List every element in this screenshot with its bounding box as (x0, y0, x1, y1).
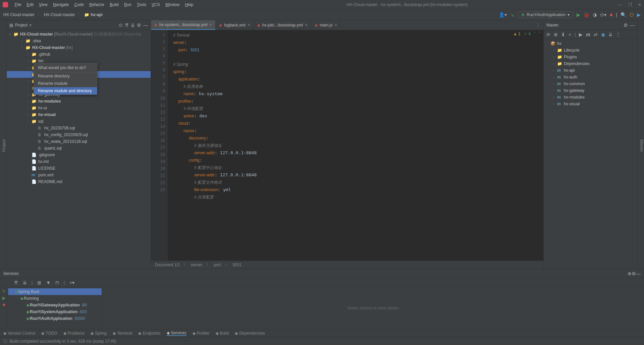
close-tab-icon[interactable]: ✕ (248, 23, 250, 27)
user-icon[interactable]: 👤▾ (499, 12, 507, 17)
add-icon[interactable]: +▾ (69, 280, 74, 285)
skip-tests-icon[interactable]: ◉ (601, 32, 605, 37)
group-icon[interactable]: ⊓ (55, 280, 59, 285)
maven-root[interactable]: ˇ📦hx (544, 40, 637, 47)
tree-item[interactable]: ›📁.idea (7, 38, 151, 44)
tree-item[interactable]: mpom.xml (7, 172, 151, 178)
maven-item[interactable]: ›mhx-gateway (544, 87, 637, 94)
more-icon[interactable]: ⋮ (616, 32, 621, 37)
events-icon[interactable]: ☐ (3, 339, 7, 344)
menu-navigate[interactable]: Navigate (50, 2, 71, 7)
menu-help[interactable]: Help (182, 2, 196, 7)
chevron-down-icon[interactable]: ▾ (30, 23, 32, 27)
breadcrumb-item[interactable]: hx-api (91, 12, 102, 17)
service-item[interactable]: ˇ✿ Spring Boot (8, 288, 102, 295)
bottom-tab-version-control[interactable]: ◆ Version Control (3, 331, 35, 336)
maven-item[interactable]: ›mhx-api (544, 67, 637, 74)
context-menu-item[interactable]: Rename module and directory (34, 87, 97, 95)
reload-icon[interactable]: ⟳ (546, 32, 550, 37)
tabs-more-icon[interactable]: ⋮ (533, 20, 543, 30)
close-tab-icon[interactable]: ✕ (209, 23, 212, 26)
build-icon[interactable]: ↘ (510, 12, 514, 17)
menu-vcs[interactable]: VCS (149, 2, 163, 7)
tree-item[interactable]: 📄hx.iml (7, 158, 151, 165)
collapse-icon[interactable]: ⇊ (608, 32, 612, 37)
maven-item[interactable]: ›mhx-visual (544, 101, 637, 107)
toggle-offline-icon[interactable]: ⇄ (594, 32, 598, 37)
tree-item[interactable]: 🗎quartz.sql (7, 145, 151, 152)
tree-item[interactable]: ›📁.github (7, 51, 151, 58)
hide-icon[interactable]: — (143, 22, 148, 28)
download-icon[interactable]: ⬇ (561, 32, 565, 37)
run-config-selector[interactable]: ✿ RuoYiAuthApplication ▾ (518, 11, 573, 18)
tree-item[interactable]: 🗎hx_20230706.sql (7, 125, 151, 131)
m-icon[interactable]: m (586, 32, 590, 37)
left-tool-stripe[interactable]: Project (0, 20, 7, 269)
tree-item[interactable]: ˇ📁HX-Cloud-master [hx] (7, 44, 151, 51)
bottom-tab-problems[interactable]: ◆ Problems (63, 331, 85, 336)
breadcrumb-item[interactable]: HX-Cloud-master (44, 12, 75, 17)
context-menu-item[interactable]: Rename directory (34, 72, 97, 80)
coverage-button[interactable]: ◑ (593, 12, 597, 17)
profile-button[interactable]: ⊙▾ (600, 12, 606, 17)
expand-all-icon[interactable]: ⇈ (125, 22, 129, 28)
maximize-icon[interactable]: ❐ (628, 2, 632, 7)
menu-refactor[interactable]: Refactor (87, 2, 107, 7)
editor-tab[interactable]: ◈hx-system\...\bootstrap.yml✕ (151, 20, 216, 30)
code-with-me-icon[interactable]: ▶ (637, 12, 641, 17)
expand-icon[interactable]: ⇈ (14, 280, 18, 285)
menu-run[interactable]: Run (121, 2, 134, 7)
run-button[interactable]: ▶ (577, 12, 580, 17)
close-tab-icon[interactable]: ✕ (305, 23, 308, 27)
menu-view[interactable]: View (36, 2, 50, 7)
breadcrumb-item[interactable]: HX-Cloud-master (3, 12, 35, 17)
maven-item[interactable]: ›mhx-common (544, 80, 637, 87)
menu-window[interactable]: Window (163, 2, 182, 7)
bottom-tab-todo[interactable]: ◆ TODO (41, 331, 57, 336)
maven-item[interactable]: ›mhx-auth (544, 74, 637, 80)
layout-icon[interactable]: ⊕ (628, 271, 632, 276)
debug-button[interactable]: 🐞 (584, 12, 589, 17)
hide-icon[interactable]: — (630, 22, 635, 28)
tree-item[interactable]: ›📁hx-ui (7, 105, 151, 111)
run-icon[interactable]: ▶ (2, 296, 5, 300)
bottom-tab-dependencies[interactable]: ◆ Dependencies (235, 331, 265, 336)
maven-item[interactable]: ›📁Lifecycle (544, 47, 637, 54)
context-menu-item[interactable]: Rename module (34, 80, 97, 87)
menu-edit[interactable]: Edit (24, 2, 36, 7)
rerun-icon[interactable]: ↻ (2, 289, 6, 294)
editor-tab[interactable]: ◈logback.xml✕ (216, 20, 254, 30)
bottom-tab-spring[interactable]: ◆ Spring (91, 331, 107, 336)
tree-item[interactable]: ›📁hx-visual (7, 111, 151, 118)
collapse-icon[interactable]: ⇊ (23, 280, 27, 285)
run-icon[interactable]: ▶ (579, 32, 583, 37)
tree-item[interactable]: ˇ📁sql (7, 118, 151, 125)
tree-item[interactable]: 📄LICENSE (7, 165, 151, 172)
service-item[interactable]: ˇ▶ Running (8, 295, 102, 302)
settings-icon[interactable]: ⚙ (137, 22, 141, 28)
service-item[interactable]: ▶ RuoYiAuthApplication:9200/ (8, 315, 102, 322)
breadcrumb[interactable]: HX-Cloud-master 〉 HX-Cloud-master 〉 📁 hx… (3, 12, 103, 17)
bottom-tab-services[interactable]: ◆ Services (167, 331, 186, 336)
tree-item[interactable]: 📄README.md (7, 178, 151, 185)
maven-item[interactable]: ›mhx-modules (544, 94, 637, 101)
menu-code[interactable]: Code (71, 2, 87, 7)
close-icon[interactable]: ✕ (638, 2, 641, 7)
bottom-tab-profiler[interactable]: ◆ Profiler (193, 331, 210, 336)
minimize-icon[interactable]: — (618, 2, 622, 7)
maven-item[interactable]: ›📁Plugins (544, 54, 637, 60)
menu-tools[interactable]: Tools (134, 2, 149, 7)
stop-icon[interactable]: ■ (3, 302, 5, 307)
editor-tab[interactable]: ◈main.js✕ (311, 20, 341, 30)
grid-icon[interactable]: ⊞ (37, 280, 41, 285)
bottom-tab-endpoints[interactable]: ◆ Endpoints (138, 331, 160, 336)
tree-item[interactable]: 🗎hx_config_20220929.sql (7, 131, 151, 138)
add-icon[interactable]: + (569, 32, 571, 37)
close-tab-icon[interactable]: ✕ (334, 23, 337, 27)
settings-icon[interactable]: ⚙ (632, 271, 636, 276)
select-opened-icon[interactable]: ⊙ (119, 22, 123, 28)
bottom-tab-terminal[interactable]: ◆ Terminal (113, 331, 132, 336)
tree-root[interactable]: v📁HX-Cloud-master [RuoYi-Cloud-master]D:… (7, 31, 151, 38)
collapse-all-icon[interactable]: ⇊ (131, 22, 135, 28)
tree-item[interactable]: 📄.gitignore (7, 152, 151, 158)
